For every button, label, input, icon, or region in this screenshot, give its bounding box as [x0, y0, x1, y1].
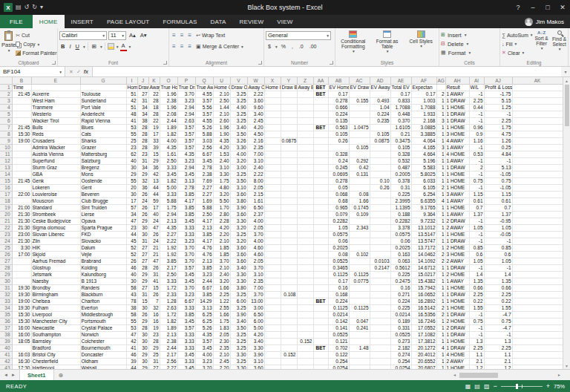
cell-AF38[interactable]: 17.1082 [411, 332, 436, 339]
cell-X16[interactable] [264, 185, 281, 192]
cell-AA36[interactable] [313, 318, 328, 325]
cell-Y36[interactable] [281, 318, 297, 325]
cell-G41[interactable]: Doncaster [80, 352, 126, 359]
cell-Y6[interactable] [281, 118, 297, 125]
cell-AH15[interactable]: 1 HOME [445, 178, 469, 185]
cell-AA40[interactable]: BET [313, 345, 328, 352]
cell-P41[interactable]: 3.45 [177, 352, 195, 359]
cell-AE16[interactable]: 0.31 [390, 185, 411, 192]
cell-V36[interactable]: 3.40 [230, 318, 247, 325]
cell-B1[interactable]: Time [12, 85, 31, 91]
cell-AH31[interactable]: 1 HOME [445, 285, 469, 292]
cell-AI4[interactable]: 0.44 [469, 105, 484, 111]
cell-P1[interactable]: True Draw [177, 85, 195, 91]
cell-G26[interactable]: Vejle [80, 252, 126, 258]
cell-AA4[interactable] [313, 105, 328, 111]
cell-AE27[interactable]: 0.063 [390, 258, 411, 265]
vertical-scrollbar[interactable]: ▲ ▼ [563, 77, 570, 369]
cell-K25[interactable]: 21 [148, 245, 160, 252]
cell-AE23[interactable]: 0.0575 [390, 232, 411, 238]
cell-AB22[interactable]: 1.05 [328, 225, 349, 232]
cell-X12[interactable] [264, 158, 281, 165]
column-header-AB[interactable]: AB [328, 77, 349, 85]
cell-AI14[interactable]: -1 [469, 172, 484, 178]
cell-V7[interactable]: 3.40 [230, 125, 247, 131]
cell-AI7[interactable]: 0.96 [469, 125, 484, 131]
row-header-10[interactable]: 10 [0, 145, 12, 151]
cell-U30[interactable]: 3.20 [213, 278, 230, 285]
cell-I16[interactable]: 20 [126, 185, 137, 192]
cell-X13[interactable] [264, 165, 281, 172]
cell-P2[interactable]: 3.70 [177, 91, 195, 98]
cell-AB34[interactable]: 0.1125 [328, 305, 349, 312]
cell-AJ41[interactable]: 1.1 [484, 352, 512, 359]
row-header-8[interactable]: 8 [0, 131, 12, 138]
cell-Q40[interactable]: 3.45 [195, 345, 213, 352]
cell-AE5[interactable]: 0.448 [390, 111, 411, 118]
cell-AC36[interactable]: 0.047 [349, 318, 370, 325]
cell-Y3[interactable] [281, 98, 297, 105]
cell-AD8[interactable]: 0.105 [370, 131, 390, 138]
row-header-18[interactable]: 18 [0, 198, 12, 205]
cell-P26[interactable]: 3.70 [177, 252, 195, 258]
cell-AG29[interactable]: 1 [436, 272, 445, 278]
cell-X29[interactable] [264, 272, 281, 278]
cell-Z18[interactable] [297, 198, 313, 205]
cell-AE38[interactable]: 0.0525 [390, 332, 411, 339]
cell-O29[interactable]: 2.50 [160, 272, 177, 278]
cell-AH7[interactable]: 1 HOME [445, 125, 469, 131]
sort-filter-button[interactable]: A↓Z Sort & Filter ▾ [533, 30, 551, 59]
cell-J41[interactable]: 29 [137, 352, 148, 359]
cell-Z20[interactable] [297, 212, 313, 218]
close-button[interactable]: ✕ [555, 0, 570, 15]
cell-P15[interactable]: 3.13 [177, 178, 195, 185]
formula-bar-expand-icon[interactable]: ▾ [561, 67, 570, 76]
cell-V15[interactable]: 3.50 [230, 178, 247, 185]
cell-Y14[interactable] [281, 172, 297, 178]
cell-AH27[interactable]: 2 AWAY [445, 258, 469, 265]
cell-K22[interactable]: 47 [148, 225, 160, 232]
cell-AF42[interactable]: 20.6552 [411, 359, 436, 365]
cell-V32[interactable]: 3.25 [230, 292, 247, 298]
cell-J26[interactable]: 27 [137, 252, 148, 258]
cell-U19[interactable]: 1.70 [213, 205, 230, 212]
cell-AD1[interactable]: EV Away [370, 85, 390, 91]
cell-Q11[interactable]: 6.67 [195, 151, 213, 158]
cell-AC35[interactable] [349, 312, 370, 318]
cell-AJ35[interactable]: -4.7 [484, 312, 512, 318]
column-header-AA[interactable]: AA [313, 77, 328, 85]
cell-X42[interactable] [264, 359, 281, 365]
cell-G33[interactable]: Charlton [80, 298, 126, 305]
cell-P19[interactable]: 3.85 [177, 205, 195, 212]
cell-AK19[interactable] [512, 205, 563, 212]
cell-G7[interactable]: Blues [80, 125, 126, 131]
delete-cells-button[interactable]: ⊟ Delete ▾ [441, 39, 498, 48]
cell-X27[interactable] [264, 258, 281, 265]
cell-E30[interactable]: Naesby [31, 278, 80, 285]
cell-AA28[interactable] [313, 265, 328, 272]
cell-AF11[interactable]: 4.664 [411, 151, 436, 158]
cell-AI12[interactable]: -1 [469, 158, 484, 165]
cell-X32[interactable] [264, 292, 281, 298]
cell-E21[interactable]: Ceske Budejovice [31, 218, 80, 225]
cell-O10[interactable]: 4.35 [160, 145, 177, 151]
cell-P31[interactable]: 3.70 [177, 285, 195, 292]
cell-AB15[interactable]: 0.278 [328, 178, 349, 185]
cell-E25[interactable]: HIK [31, 245, 80, 252]
cell-AG7[interactable]: 1 [436, 125, 445, 131]
cell-AG24[interactable]: 1 [436, 238, 445, 245]
cell-Y12[interactable] [281, 158, 297, 165]
cell-K18[interactable]: 59 [148, 198, 160, 205]
cell-G23[interactable]: FKD [80, 232, 126, 238]
cell-Q30[interactable]: 2.44 [195, 278, 213, 285]
cell-AE39[interactable]: 0.273 [390, 339, 411, 345]
cell-AE12[interactable]: 0.532 [390, 158, 411, 165]
cell-AF2[interactable]: 0.17 [411, 91, 436, 98]
cell-U28[interactable]: 2.10 [213, 265, 230, 272]
cell-Y35[interactable] [281, 312, 297, 318]
cell-AB14[interactable]: 0.0695 [328, 172, 349, 178]
cell-AI15[interactable]: 0.75 [469, 178, 484, 185]
cell-P39[interactable]: 3.33 [177, 339, 195, 345]
cell-O20[interactable]: 2.94 [160, 212, 177, 218]
row-header-9[interactable]: 9 [0, 138, 12, 145]
